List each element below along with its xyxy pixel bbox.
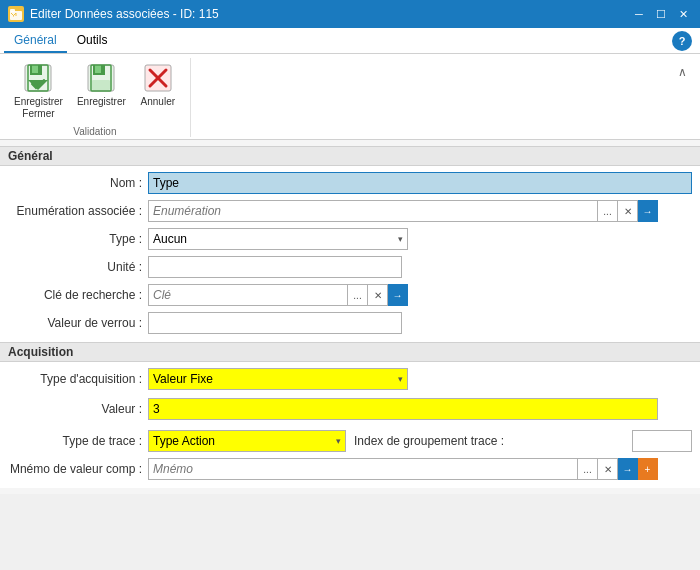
- enumeration-row: Enumération associée : ... ✕ →: [8, 198, 692, 224]
- type-acquisition-label: Type d'acquisition :: [8, 372, 148, 386]
- cancel-button[interactable]: Annuler: [134, 58, 182, 124]
- unite-row: Unité :: [8, 254, 692, 280]
- type-trace-row: Type de trace : Type Action ▾ Index de g…: [8, 426, 692, 456]
- enumeration-label: Enumération associée :: [8, 204, 148, 218]
- save-label: Enregistrer: [77, 96, 126, 108]
- toolbar: EnregistrerFermer Enregistrer: [0, 54, 700, 140]
- toolbar-group-label: Validation: [73, 126, 116, 137]
- cancel-label: Annuler: [141, 96, 175, 108]
- unite-input[interactable]: [148, 256, 402, 278]
- valeur-row: Valeur :: [8, 394, 692, 424]
- type-dropdown[interactable]: Aucun ▾: [148, 228, 408, 250]
- svg-rect-10: [92, 80, 110, 90]
- mnemo-nav-orange-button[interactable]: +: [638, 458, 658, 480]
- type-trace-label: Type de trace :: [8, 434, 148, 448]
- mnemo-nav-button[interactable]: →: [618, 458, 638, 480]
- title-bar: Editer Données associées - ID: 115 ─ ☐ ✕: [0, 0, 700, 28]
- toolbar-validation-group: EnregistrerFermer Enregistrer: [8, 58, 191, 137]
- cle-nav-button[interactable]: →: [388, 284, 408, 306]
- type-trace-dropdown[interactable]: Type Action ▾: [148, 430, 346, 452]
- menu-general[interactable]: Général: [4, 28, 67, 53]
- valeur-verrou-input[interactable]: [148, 312, 402, 334]
- mnemo-input[interactable]: [148, 458, 578, 480]
- general-form: Nom : Enumération associée : ... ✕ → Typ…: [0, 166, 700, 342]
- enumeration-nav-button[interactable]: →: [638, 200, 658, 222]
- general-section-header: Général: [0, 146, 700, 166]
- type-dropdown-arrow: ▾: [398, 234, 403, 244]
- save-close-icon: [22, 62, 54, 94]
- enumeration-input[interactable]: [148, 200, 598, 222]
- type-acquisition-dropdown[interactable]: Valeur Fixe ▾: [148, 368, 408, 390]
- cle-dots-button[interactable]: ...: [348, 284, 368, 306]
- type-row: Type : Aucun ▾: [8, 226, 692, 252]
- window-title: Editer Données associées - ID: 115: [30, 7, 219, 21]
- cle-label: Clé de recherche :: [8, 288, 148, 302]
- app-icon: [8, 6, 24, 22]
- window-controls: ─ ☐ ✕: [630, 5, 692, 23]
- svg-rect-8: [95, 65, 101, 73]
- mnemo-row: Mnémo de valeur comp : ... ✕ → +: [8, 456, 692, 482]
- svg-rect-1: [10, 9, 15, 12]
- close-button[interactable]: ✕: [674, 5, 692, 23]
- cle-input[interactable]: [148, 284, 348, 306]
- save-button[interactable]: Enregistrer: [71, 58, 132, 124]
- save-close-label: EnregistrerFermer: [14, 96, 63, 120]
- enumeration-dots-button[interactable]: ...: [598, 200, 618, 222]
- minimize-button[interactable]: ─: [630, 5, 648, 23]
- type-acquisition-arrow: ▾: [398, 374, 403, 384]
- valeur-label: Valeur :: [8, 402, 148, 416]
- acquisition-section-header: Acquisition: [0, 342, 700, 362]
- valeur-input[interactable]: [148, 398, 658, 420]
- mnemo-label: Mnémo de valeur comp :: [8, 462, 148, 476]
- type-label: Type :: [8, 232, 148, 246]
- save-close-button[interactable]: EnregistrerFermer: [8, 58, 69, 124]
- index-input[interactable]: [632, 430, 692, 452]
- valeur-verrou-label: Valeur de verrou :: [8, 316, 148, 330]
- index-label: Index de groupement trace :: [354, 434, 632, 448]
- type-acquisition-row: Type d'acquisition : Valeur Fixe ▾: [8, 366, 692, 392]
- type-acquisition-value: Valeur Fixe: [153, 372, 213, 386]
- mnemo-dots-button[interactable]: ...: [578, 458, 598, 480]
- cle-row: Clé de recherche : ... ✕ →: [8, 282, 692, 308]
- save-icon: [85, 62, 117, 94]
- type-value: Aucun: [153, 232, 187, 246]
- cle-clear-button[interactable]: ✕: [368, 284, 388, 306]
- valeur-verrou-row: Valeur de verrou :: [8, 310, 692, 336]
- cancel-icon: [142, 62, 174, 94]
- main-content: Général Nom : Enumération associée : ...…: [0, 140, 700, 494]
- acquisition-form: Type d'acquisition : Valeur Fixe ▾ Valeu…: [0, 362, 700, 488]
- menu-outils[interactable]: Outils: [67, 28, 118, 53]
- unite-label: Unité :: [8, 260, 148, 274]
- type-trace-arrow: ▾: [336, 436, 341, 446]
- maximize-button[interactable]: ☐: [652, 5, 670, 23]
- type-trace-value: Type Action: [153, 434, 215, 448]
- menu-bar: Général Outils ?: [0, 28, 700, 54]
- mnemo-clear-button[interactable]: ✕: [598, 458, 618, 480]
- help-button[interactable]: ?: [672, 31, 692, 51]
- enumeration-clear-button[interactable]: ✕: [618, 200, 638, 222]
- svg-rect-4: [32, 65, 38, 73]
- nom-row: Nom :: [8, 170, 692, 196]
- toolbar-collapse-button[interactable]: ∧: [672, 62, 692, 82]
- nom-input[interactable]: [148, 172, 692, 194]
- nom-label: Nom :: [8, 176, 148, 190]
